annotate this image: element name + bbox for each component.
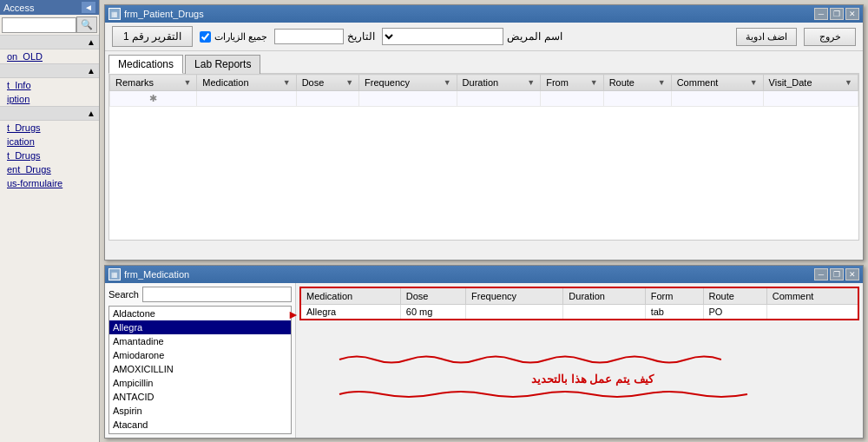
sidebar: Access ◄ 🔍 ▲ on_OLD ▲ t_Info iption ▲ t_… (0, 0, 100, 442)
exit-button[interactable]: خروج (804, 28, 856, 46)
arrow-indicator: ► (287, 307, 299, 321)
patient-name-dropdown[interactable] (382, 28, 503, 45)
col-header-medication[interactable]: Medication ▼ (197, 75, 296, 91)
med-restore-btn[interactable]: ❐ (830, 268, 844, 280)
sidebar-collapse-btn[interactable]: ◄ (82, 2, 95, 13)
close-btn[interactable]: ✕ (845, 8, 859, 20)
annotation-area: كيف يتم عمل هذا بالتحديد (331, 364, 854, 403)
date-input[interactable] (274, 29, 344, 44)
med-detail-panel: ► Medication Dose Frequency Duration For… (296, 283, 863, 438)
sort-medication-btn[interactable]: ▼ (283, 78, 291, 87)
med-list-item[interactable]: Aldactone (109, 307, 291, 320)
med-window-icon: ▦ (108, 268, 121, 280)
window-icon: ▦ (108, 8, 121, 20)
med-detail-dose: 60 mg (400, 305, 465, 320)
sidebar-item-t-drugs[interactable]: t_Drugs (0, 121, 99, 135)
table-header-row: Remarks ▼ Medication ▼ D (110, 75, 858, 91)
col-header-comment[interactable]: Comment ▼ (671, 75, 763, 91)
med-list: AldactoneAllegraAmantadineAmiodaroneAMOX… (108, 306, 292, 434)
main-area: ▦ frm_Patient_Drugs ─ ❐ ✕ خروج اضف ادوية… (100, 0, 868, 442)
med-list-item[interactable]: Ampicillin (109, 376, 291, 390)
medications-table-container: Remarks ▼ Medication ▼ D (108, 73, 859, 241)
table-new-row: ✱ (110, 91, 858, 107)
all-visits-label: جميع الزيارات (214, 31, 267, 43)
sidebar-search-input[interactable] (2, 17, 76, 33)
med-search-panel: Search AldactoneAllegraAmantadineAmiodar… (105, 283, 296, 438)
col-header-frequency[interactable]: Frequency ▼ (359, 75, 457, 91)
col-header-route[interactable]: Route ▼ (603, 75, 671, 91)
add-drug-button[interactable]: اضف ادوية (736, 28, 797, 46)
sidebar-item-on-old[interactable]: on_OLD (0, 49, 99, 63)
report-button[interactable]: التقرير رقم 1 (112, 26, 193, 47)
sidebar-section3-collapse[interactable]: ▲ (87, 109, 95, 118)
sort-comment-btn[interactable]: ▼ (750, 78, 758, 87)
sidebar-title: Access (3, 3, 34, 13)
med-window-title-left: ▦ frm_Medication (108, 268, 189, 280)
sort-dose-btn[interactable]: ▼ (345, 78, 353, 87)
med-detail-header-row: Medication Dose Frequency Duration Form … (300, 287, 858, 305)
med-detail-comment (766, 305, 858, 320)
med-detail-route: PO (703, 305, 766, 320)
date-label: التاريخ (347, 30, 375, 43)
medication-titlebar: ▦ frm_Medication ─ ❐ ✕ (105, 266, 863, 283)
medication-window: ▦ frm_Medication ─ ❐ ✕ Search AldactoneA… (104, 265, 864, 439)
med-col-comment: Comment (766, 287, 858, 305)
col-header-dose[interactable]: Dose ▼ (296, 75, 358, 91)
med-list-item[interactable]: AMOXICILLIN (109, 362, 291, 376)
med-detail-medication: Allegra (300, 305, 400, 320)
med-minimize-btn[interactable]: ─ (814, 268, 828, 280)
med-list-item[interactable]: ANTACID (109, 390, 291, 404)
all-visits-row: جميع الزيارات (200, 31, 267, 43)
sort-route-btn[interactable]: ▼ (658, 78, 666, 87)
minimize-btn[interactable]: ─ (814, 8, 828, 20)
med-list-item[interactable]: AUGMENTIN (109, 432, 291, 434)
med-close-btn[interactable]: ✕ (845, 268, 859, 280)
all-visits-checkbox[interactable] (200, 31, 211, 43)
med-list-item[interactable]: Amantadine (109, 334, 291, 348)
med-search-input[interactable] (142, 287, 292, 302)
sidebar-item-t-info[interactable]: t_Info (0, 78, 99, 92)
sort-duration-btn[interactable]: ▼ (527, 78, 535, 87)
sort-visit-date-btn[interactable]: ▼ (845, 78, 852, 87)
tab-lab-reports[interactable]: Lab Reports (185, 55, 260, 74)
med-detail-table: Medication Dose Frequency Duration Form … (299, 287, 859, 320)
med-col-dose: Dose (400, 287, 465, 305)
sidebar-section2-collapse[interactable]: ▲ (87, 66, 95, 76)
med-col-medication: Medication (300, 287, 400, 305)
med-list-item[interactable]: Aspirin (109, 404, 291, 418)
col-header-duration[interactable]: Duration ▼ (457, 75, 541, 91)
sidebar-search-btn[interactable]: 🔍 (76, 16, 97, 33)
new-row-indicator: ✱ (110, 91, 197, 107)
med-list-item[interactable]: Allegra (109, 320, 291, 334)
col-header-remarks[interactable]: Remarks ▼ (110, 75, 197, 91)
sidebar-section1-collapse[interactable]: ▲ (87, 37, 95, 47)
tab-bar: Medications Lab Reports (105, 51, 863, 73)
sort-remarks-btn[interactable]: ▼ (183, 78, 191, 87)
patient-drugs-window: ▦ frm_Patient_Drugs ─ ❐ ✕ خروج اضف ادوية… (104, 4, 864, 261)
med-col-frequency: Frequency (466, 287, 563, 305)
sidebar-item-iption[interactable]: iption (0, 92, 99, 106)
sidebar-header: Access ◄ (0, 0, 99, 15)
window-title-left: ▦ frm_Patient_Drugs (108, 8, 204, 20)
med-detail-row: Allegra 60 mg tab PO (300, 305, 858, 320)
med-list-item[interactable]: Atacand (109, 418, 291, 432)
med-detail-form: tab (645, 305, 703, 320)
tab-medications[interactable]: Medications (108, 55, 183, 74)
sort-frequency-btn[interactable]: ▼ (444, 78, 451, 87)
med-list-item[interactable]: Amiodarone (109, 348, 291, 362)
patient-drugs-titlebar: ▦ frm_Patient_Drugs ─ ❐ ✕ (105, 5, 863, 23)
scribble-line-2 (331, 386, 854, 403)
sidebar-item-ent-drugs[interactable]: ent_Drugs (0, 162, 99, 176)
med-window-controls: ─ ❐ ✕ (814, 268, 859, 280)
sidebar-item-ication[interactable]: ication (0, 135, 99, 148)
med-detail-frequency (466, 305, 563, 320)
patient-drugs-title: frm_Patient_Drugs (124, 9, 204, 19)
col-header-visit-date[interactable]: Visit_Date ▼ (763, 75, 858, 91)
restore-btn[interactable]: ❐ (830, 8, 844, 20)
col-header-from[interactable]: From ▼ (541, 75, 603, 91)
sort-from-btn[interactable]: ▼ (590, 78, 598, 87)
sidebar-item-t-drugs2[interactable]: t_Drugs (0, 148, 99, 162)
window-controls: ─ ❐ ✕ (814, 8, 859, 20)
med-col-route: Route (703, 287, 766, 305)
sidebar-item-us-formulaire[interactable]: us-formulaire (0, 176, 99, 190)
